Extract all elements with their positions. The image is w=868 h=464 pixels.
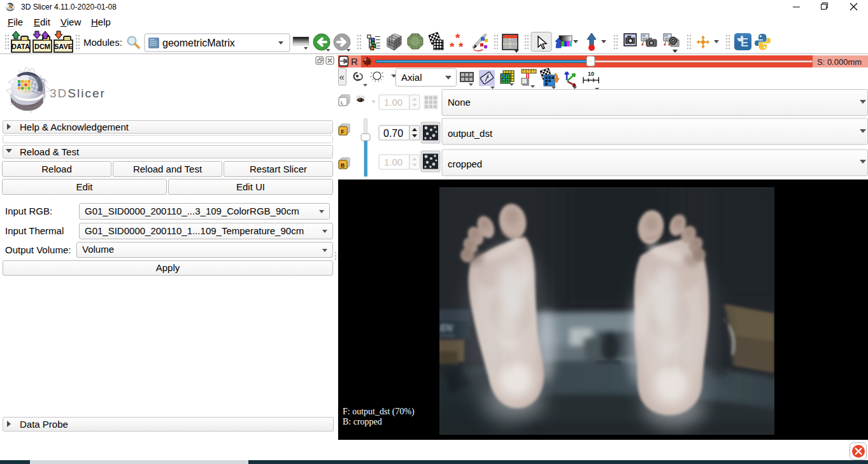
svg-text:R: R (351, 56, 358, 67)
svg-text:None: None (448, 97, 471, 108)
svg-text:Axial: Axial (401, 72, 422, 83)
svg-text:SAVE: SAVE (54, 43, 73, 50)
svg-text:S: 0.000mm: S: 0.000mm (817, 57, 862, 67)
svg-text:0.70: 0.70 (383, 128, 403, 139)
svg-text:DCM: DCM (34, 43, 50, 50)
svg-text:L: L (341, 100, 344, 106)
svg-text:«: « (339, 71, 345, 82)
svg-text:EN: EN (440, 323, 453, 333)
svg-text:NTION: NTION (440, 334, 454, 338)
svg-text:cropped: cropped (448, 158, 482, 169)
svg-text:F: F (341, 129, 345, 135)
svg-text:*: * (459, 40, 464, 53)
svg-text:Modules:: Modules: (83, 37, 122, 48)
svg-text:geometricMatrix: geometricMatrix (162, 38, 235, 48)
svg-text:*: * (450, 40, 455, 53)
svg-text:output_dst: output_dst (448, 128, 493, 139)
svg-text:DATA: DATA (11, 43, 30, 50)
svg-text:B: B (341, 162, 345, 169)
svg-text:10: 10 (588, 71, 594, 77)
